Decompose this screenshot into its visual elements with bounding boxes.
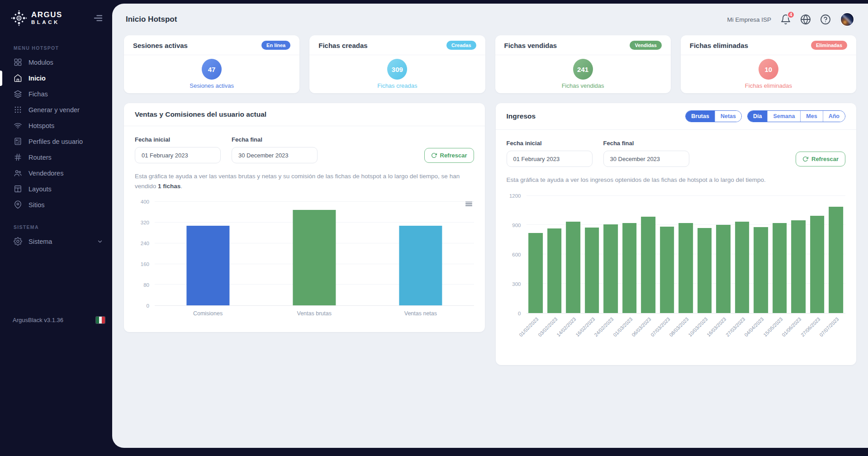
bar-07/07/2023 <box>829 207 843 313</box>
sidebar-item-routers[interactable]: Routers <box>0 149 112 165</box>
chevron-down-icon <box>97 238 103 245</box>
toggle-dia[interactable]: Día <box>748 111 767 122</box>
bar-08/03/2023 <box>678 223 693 313</box>
sidebar-item-label: Routers <box>28 154 52 161</box>
bar-16/02/2023 <box>585 228 599 313</box>
notifications-bell-icon[interactable]: 4 <box>780 14 791 25</box>
y-axis: 080160240320400 <box>135 202 155 306</box>
menu-section-sistema: SISTEMA <box>14 224 112 230</box>
layers-icon <box>14 90 22 98</box>
bar-04/04/2023 <box>754 227 768 313</box>
globe-icon[interactable] <box>800 14 811 25</box>
refresh-button[interactable]: Refrescar <box>424 148 474 163</box>
active-indicator <box>0 71 2 86</box>
x-axis: 01/02/202303/02/202314/02/202316/02/2023… <box>526 314 846 354</box>
argusblack-logo-icon <box>11 10 27 26</box>
stat-label: Fichas eliminadas <box>745 82 792 89</box>
card-title: Fichas vendidas <box>504 42 557 49</box>
end-date-input[interactable]: 30 December 2023 <box>603 151 689 167</box>
sidebar-item-label: Modulos <box>28 59 53 66</box>
avatar[interactable] <box>840 12 854 27</box>
logo-subname: BLACK <box>31 20 62 25</box>
sidebar-item-label: Hotspots <box>28 122 54 129</box>
map-pin-icon <box>14 200 22 209</box>
sidebar-toggle-icon[interactable] <box>93 13 103 23</box>
chart-description: Esta gráfica te ayuda a ver las ventas b… <box>135 171 474 191</box>
logo-text: ARGUS BLACK <box>31 11 62 25</box>
start-date-input[interactable]: 01 February 2023 <box>507 151 593 167</box>
sidebar-item-label: Perfiles de usuario <box>28 138 83 145</box>
stat-value-bubble: 241 <box>573 59 593 80</box>
bar-16/03/2023 <box>716 225 730 313</box>
y-tick: 0 <box>518 311 521 316</box>
bar-01/06/2023 <box>791 220 806 313</box>
bar-27/03/2023 <box>735 222 749 313</box>
bar-15/05/2023 <box>773 223 787 313</box>
bar-27/06/2023 <box>810 216 825 313</box>
gear-icon <box>14 237 22 246</box>
sidebar-item-sistema[interactable]: Sistema <box>0 233 112 249</box>
toggle-brutas[interactable]: Brutas <box>686 111 715 122</box>
sidebar-item-perfiles-de-usuario[interactable]: Perfiles de usuario <box>0 133 112 149</box>
end-date-field: Fecha final 30 December 2023 <box>232 136 318 163</box>
sidebar-item-label: Inicio <box>28 75 46 82</box>
sidebar-item-label: Vendedores <box>28 170 63 177</box>
sidebar-item-layouts[interactable]: Layouts <box>0 181 112 197</box>
sidebar-item-label: Sistema <box>28 238 52 245</box>
sidebar-item-hotspots[interactable]: Hotspots <box>0 118 112 133</box>
status-badge: Creadas <box>446 41 476 50</box>
stat-label: Sesiones activas <box>190 82 234 89</box>
toggle-semana[interactable]: Semana <box>767 111 800 122</box>
stat-card-sesiones-activas: Sesiones activas En línea 47 Sesiones ac… <box>124 35 299 93</box>
toggle-ano[interactable]: Año <box>823 111 845 122</box>
start-date-label: Fecha inicial <box>135 136 221 143</box>
topbar: Inicio Hotspot Mi Empresa ISP 4 <box>124 4 856 35</box>
language-flag-icon[interactable] <box>96 317 105 323</box>
main-panel: Inicio Hotspot Mi Empresa ISP 4 <box>112 4 868 448</box>
income-chart: 03006009001200 01/02/202303/02/202314/02… <box>507 196 846 354</box>
y-tick: 320 <box>141 220 149 225</box>
sidebar-item-label: Layouts <box>28 185 52 193</box>
layout-icon <box>14 185 22 193</box>
home-icon <box>14 74 22 82</box>
bar-01/02/2023 <box>528 233 543 313</box>
wifi-icon <box>14 121 22 130</box>
bar-07/03/2023 <box>660 227 674 313</box>
x-tick-label: Ventas netas <box>421 310 453 317</box>
y-tick: 1200 <box>509 193 521 199</box>
modules-icon <box>14 58 22 66</box>
sidebar-item-generar-y-vender[interactable]: Generar y vender <box>0 102 112 118</box>
x-tick-label: Ventas brutas <box>314 310 349 317</box>
sidebar-item-modulos[interactable]: Modulos <box>0 54 112 70</box>
refresh-button[interactable]: Refrescar <box>796 152 845 166</box>
bar-24/02/2023 <box>603 224 618 313</box>
sales-commissions-panel: Ventas y Comisiones del usuario actual F… <box>124 103 485 332</box>
y-tick: 80 <box>143 282 149 288</box>
app-version: ArgusBlack v3.1.36 <box>13 317 63 323</box>
status-badge: En línea <box>261 41 290 50</box>
end-date-label: Fecha final <box>232 136 318 143</box>
bar-10/03/2023 <box>697 228 712 313</box>
bar-14/02/2023 <box>566 222 580 313</box>
dots-grid-icon <box>14 105 22 114</box>
menu-section-hotspot: MENU HOTSPOT <box>14 45 112 51</box>
stat-cards-row: Sesiones activas En línea 47 Sesiones ac… <box>124 35 856 93</box>
stat-label: Fichas creadas <box>377 82 417 89</box>
sidebar-item-inicio[interactable]: Inicio <box>0 70 112 86</box>
sidebar-item-vendedores[interactable]: Vendedores <box>0 165 112 181</box>
help-icon[interactable] <box>820 14 831 25</box>
sidebar-item-fichas[interactable]: Fichas <box>0 86 112 102</box>
card-title: Sesiones activas <box>133 42 188 49</box>
x-tick-label: Comisiones <box>208 310 237 317</box>
card-title: Fichas creadas <box>318 42 367 49</box>
sidebar-item-sitios[interactable]: Sitios <box>0 197 112 213</box>
toggle-netas[interactable]: Netas <box>715 111 741 122</box>
end-date-input[interactable]: 30 December 2023 <box>232 147 318 163</box>
bar-Ventas netas <box>399 226 442 305</box>
y-tick: 300 <box>512 281 521 287</box>
sidebar-item-label: Fichas <box>28 90 48 98</box>
status-badge: Eliminadas <box>811 41 847 50</box>
toggle-mes[interactable]: Mes <box>800 111 822 122</box>
start-date-input[interactable]: 01 February 2023 <box>135 147 221 163</box>
income-panel: Ingresos Brutas Netas Día Semana Mes Año <box>496 103 857 365</box>
